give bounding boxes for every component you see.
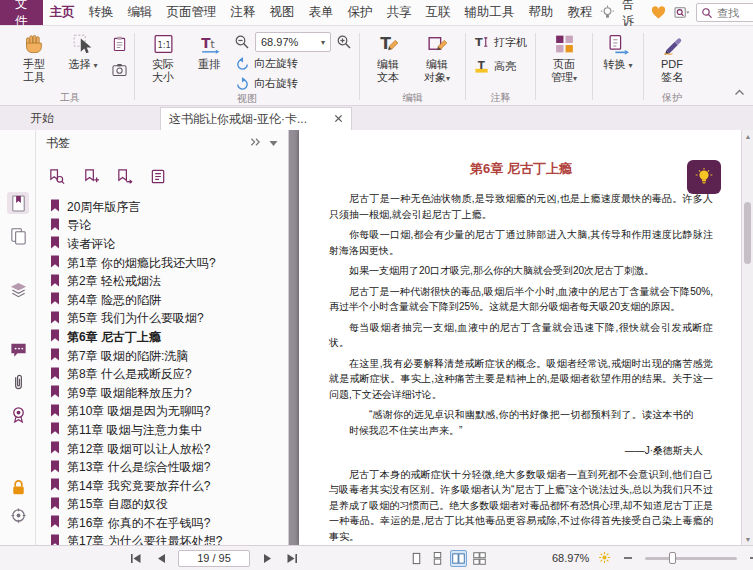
expand-bookmarks-icon[interactable] xyxy=(116,168,133,188)
bookmark-item[interactable]: 第14章 我究竟要放弃什么? xyxy=(36,477,288,496)
menu-item[interactable]: 教程 xyxy=(561,0,600,25)
signatures-icon[interactable] xyxy=(7,403,29,425)
zoom-out-button[interactable] xyxy=(232,32,252,52)
attachments-icon[interactable] xyxy=(7,371,29,393)
menu-item[interactable]: 注释 xyxy=(224,0,263,25)
zoom-out-slider-icon[interactable] xyxy=(620,550,636,566)
bookmark-item[interactable]: 导论 xyxy=(36,217,288,236)
zoom-slider-thumb[interactable] xyxy=(669,552,676,564)
heart-icon[interactable] xyxy=(651,4,668,22)
bookmark-item-selected[interactable]: 第6章 尼古丁上瘾 xyxy=(36,328,288,347)
convert-button[interactable]: 转换 ▾ xyxy=(598,28,638,88)
bookmark-options-icon[interactable] xyxy=(150,168,167,188)
add-bookmark-icon[interactable] xyxy=(82,168,99,188)
menu-item[interactable]: 保护 xyxy=(341,0,380,25)
zoom-in-slider-icon[interactable] xyxy=(746,550,753,566)
menu-item[interactable]: 编辑 xyxy=(121,0,160,25)
bookmark-item[interactable]: 第13章 什么是综合性吸烟? xyxy=(36,458,288,477)
menu-item[interactable]: 帮助 xyxy=(522,0,561,25)
page-manage-button[interactable]: 页面管理▾ xyxy=(541,28,587,88)
menu-item[interactable]: 互联 xyxy=(419,0,458,25)
pdf-page[interactable]: 第6章 尼古丁上瘾 尼古丁是一种无色油状物质,是导致烟瘾的元凶,也是上瘾速度最快… xyxy=(299,130,741,545)
tab-document-active[interactable]: 这书能让你戒烟-亚伦·卡... xyxy=(160,107,352,130)
security-lock-icon[interactable] xyxy=(7,476,29,498)
menu-item[interactable]: 表单 xyxy=(302,0,341,25)
page-manage-label: 页面管理▾ xyxy=(551,58,577,85)
bookmark-item[interactable]: 20周年版序言 xyxy=(36,198,288,217)
bookmark-item[interactable]: 第15章 自愿的奴役 xyxy=(36,496,288,515)
tab-start[interactable]: 开始 xyxy=(16,107,68,130)
search-box[interactable] xyxy=(696,3,753,22)
menu-item[interactable]: 辅助工具 xyxy=(458,0,522,25)
highlight-button[interactable]: T 高亮 xyxy=(471,58,519,75)
thumbnails-icon[interactable] xyxy=(7,224,29,246)
facing-view-icon[interactable] xyxy=(450,550,467,567)
edit-text-button[interactable]: T 编辑文本 xyxy=(365,28,411,88)
typewriter-button[interactable]: T 打字机 xyxy=(471,34,530,51)
facing-continuous-view-icon[interactable] xyxy=(471,550,488,567)
close-tab-icon[interactable] xyxy=(334,112,343,126)
bookmark-item[interactable]: 第9章 吸烟能释放压力? xyxy=(36,384,288,403)
zoom-in-icon xyxy=(336,34,352,50)
filter-bookmarks-icon[interactable] xyxy=(48,168,65,188)
bookmarks-header: 书签 xyxy=(36,130,288,156)
panel-menu-icon[interactable] xyxy=(269,136,278,150)
prev-page-icon[interactable] xyxy=(153,550,169,566)
collapse-ribbon-icon[interactable] xyxy=(734,85,745,99)
zoom-in-button[interactable] xyxy=(334,32,354,52)
next-page-icon[interactable] xyxy=(259,550,275,566)
bookmark-item[interactable]: 第16章 你真的不在乎钱吗? xyxy=(36,514,288,533)
bookmark-item[interactable]: 第4章 险恶的陷阱 xyxy=(36,291,288,310)
zoom-slider[interactable] xyxy=(645,557,737,560)
collapse-panel-icon[interactable] xyxy=(250,136,261,150)
fit-icon[interactable] xyxy=(598,551,611,566)
scroll-up-icon[interactable]: ▲ xyxy=(742,130,753,142)
pdf-sign-button[interactable]: PDF签名 xyxy=(649,28,695,88)
bookmark-item[interactable]: 第5章 我们为什么要吸烟? xyxy=(36,310,288,329)
bookmark-item[interactable]: 第11章 吸烟与注意力集中 xyxy=(36,421,288,440)
bookmark-item[interactable]: 第10章 吸烟是因为无聊吗? xyxy=(36,403,288,422)
rotate-left-button[interactable]: 向左旋转 xyxy=(232,55,354,72)
scroll-down-icon[interactable]: ▼ xyxy=(742,533,753,545)
lightbulb-icon[interactable] xyxy=(600,4,617,22)
ribbon-group-view: 1:1 实际大小 Tt 重排 68.97% ▾ xyxy=(135,28,359,106)
edit-object-button[interactable]: 编辑对象▾ xyxy=(414,28,460,88)
reflow-button[interactable]: Tt 重排 xyxy=(189,28,229,88)
bookmark-item[interactable]: 第12章 吸烟可以让人放松? xyxy=(36,440,288,459)
comments-icon[interactable] xyxy=(7,339,29,361)
rotate-right-button[interactable]: 向右旋转 xyxy=(232,75,354,92)
quote-attribution: ——J·桑德斯夫人 xyxy=(329,443,713,459)
dropdown-caret-icon: ▾ xyxy=(321,38,325,47)
file-menu-button[interactable]: 文件 xyxy=(0,0,43,25)
bookmark-item[interactable]: 第7章 吸烟的陷阱:洗脑 xyxy=(36,347,288,366)
hand-tool-button[interactable]: 手型工具 xyxy=(11,28,57,88)
last-page-icon[interactable] xyxy=(284,550,300,566)
page-number-input[interactable]: 19 / 95 xyxy=(178,550,250,567)
scrollbar-thumb[interactable] xyxy=(744,202,751,264)
single-page-view-icon[interactable] xyxy=(408,550,425,567)
page-body: 尼古丁是一种无色油状物质,是导致烟瘾的元凶,也是上瘾速度最快的毒品。许多人只须抽… xyxy=(329,191,713,545)
snapshot-button[interactable] xyxy=(109,60,129,80)
bookmark-item[interactable]: 第8章 什么是戒断反应? xyxy=(36,365,288,384)
bookmark-item[interactable]: 读者评论 xyxy=(36,235,288,254)
settings-icon[interactable] xyxy=(7,504,29,526)
first-page-icon[interactable] xyxy=(128,550,144,566)
bookmark-item[interactable]: 第17章 为什么要往最坏处想? xyxy=(36,533,288,545)
vertical-scrollbar[interactable]: ▲ ▼ xyxy=(741,130,753,545)
actual-size-button[interactable]: 1:1 实际大小 xyxy=(140,28,186,88)
search-input[interactable] xyxy=(717,7,753,19)
menu-item-active[interactable]: 主页 xyxy=(43,0,82,25)
select-tool-button[interactable]: 选择 ▾ xyxy=(60,28,106,88)
zoom-level-combobox[interactable]: 68.97% ▾ xyxy=(255,32,331,52)
continuous-view-icon[interactable] xyxy=(429,550,446,567)
bookmark-item[interactable]: 第2章 轻松戒烟法 xyxy=(36,272,288,291)
layers-icon[interactable] xyxy=(7,279,29,301)
menu-item[interactable]: 共享 xyxy=(380,0,419,25)
bookmarks-panel-icon[interactable] xyxy=(7,192,29,214)
menu-item[interactable]: 视图 xyxy=(263,0,302,25)
clipboard-button[interactable] xyxy=(109,34,129,54)
menu-item[interactable]: 页面管理 xyxy=(160,0,224,25)
search-dropdown-icon[interactable] xyxy=(673,4,690,22)
menu-item[interactable]: 转换 xyxy=(82,0,121,25)
bookmark-item[interactable]: 第1章 你的烟瘾比我还大吗? xyxy=(36,254,288,273)
